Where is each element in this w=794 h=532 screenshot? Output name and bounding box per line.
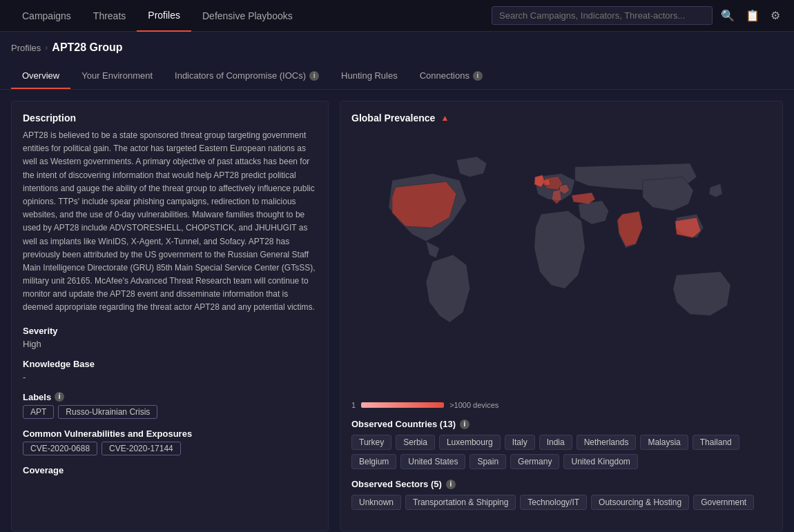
country-united-kingdom: United Kingdom: [563, 454, 637, 469]
legend-min: 1: [351, 401, 356, 409]
country-italy: Italy: [505, 435, 535, 450]
severity-label: Severity: [23, 326, 317, 336]
sector-outsourcing: Outsourcing & Hosting: [591, 495, 689, 510]
sector-unknown: Unknown: [351, 495, 401, 510]
nav-defensive-playbooks[interactable]: Defensive Playbooks: [191, 0, 304, 32]
sector-technology: Technology/IT: [520, 495, 587, 510]
observed-sectors-header: Observed Sectors (5) i: [351, 479, 771, 489]
sector-transportation: Transportation & Shipping: [405, 495, 516, 510]
breadcrumb-current: APT28 Group: [52, 41, 122, 54]
map-legend: 1 >1000 devices: [351, 401, 771, 409]
search-button[interactable]: 🔍: [718, 6, 737, 25]
breadcrumb-parent[interactable]: Profiles: [11, 43, 41, 53]
cve-label: Common Vulnerabilities and Exposures: [23, 428, 317, 439]
nav-campaigns[interactable]: Campaigns: [11, 0, 82, 32]
sub-tabs: Overview Your Environment Indicators of …: [0, 63, 794, 90]
description-text: APT28 is believed to be a state sponsore…: [23, 129, 317, 315]
sectors-info-icon[interactable]: i: [446, 480, 456, 489]
country-tags: Turkey Serbia Luxembourg Italy India Net…: [351, 435, 771, 469]
tab-iocs[interactable]: Indicators of Compromise (IOCs) i: [164, 63, 330, 89]
country-malaysia: Malaysia: [640, 435, 688, 450]
coverage-label: Coverage: [23, 465, 317, 475]
left-panel: Description APT28 is believed to be a st…: [11, 101, 329, 531]
knowledge-base-label: Knowledge Base: [23, 359, 317, 369]
observed-countries-title: Observed Countries (13): [351, 419, 456, 429]
tab-overview[interactable]: Overview: [11, 63, 70, 89]
country-spain: Spain: [469, 454, 506, 469]
top-nav: Campaigns Threats Profiles Defensive Pla…: [0, 0, 794, 32]
right-panel: Global Prevalence ▲: [340, 101, 783, 531]
sector-tags: Unknown Transportation & Shipping Techno…: [351, 495, 771, 510]
country-belgium: Belgium: [351, 454, 396, 469]
country-luxembourg: Luxembourg: [439, 435, 501, 450]
country-serbia: Serbia: [396, 435, 435, 450]
global-prevalence-header: Global Prevalence ▲: [351, 112, 771, 124]
nav-search-area: 🔍 📋 ⚙: [492, 6, 783, 25]
nav-profiles[interactable]: Profiles: [137, 0, 191, 32]
tab-hunting-rules[interactable]: Hunting Rules: [330, 63, 409, 89]
country-india: India: [539, 435, 572, 450]
cve-1: CVE-2020-0688: [23, 442, 97, 455]
severity-value: High: [23, 339, 317, 349]
global-prevalence-title: Global Prevalence: [351, 112, 435, 124]
legend-max: >1000 devices: [449, 401, 498, 409]
legend-gradient: [361, 402, 444, 408]
iocs-info-icon[interactable]: i: [309, 71, 319, 81]
nav-threats[interactable]: Threats: [82, 0, 137, 32]
observed-sectors-title: Observed Sectors (5): [351, 479, 442, 489]
sector-government: Government: [693, 495, 754, 510]
observed-countries-header: Observed Countries (13) i: [351, 419, 771, 429]
main-content: Description APT28 is believed to be a st…: [0, 90, 794, 532]
settings-button[interactable]: ⚙: [768, 6, 783, 25]
world-map: [351, 130, 771, 393]
tab-your-environment[interactable]: Your Environment: [70, 63, 164, 89]
breadcrumb-separator: ›: [45, 43, 48, 52]
tab-connections[interactable]: Connections i: [409, 63, 494, 89]
labels-tags: APT Russo-Ukrainian Crisis: [23, 405, 317, 419]
knowledge-base-value: -: [23, 372, 317, 382]
label-apt: APT: [23, 405, 54, 419]
description-title: Description: [23, 112, 317, 124]
country-netherlands: Netherlands: [577, 435, 637, 450]
alert-icon: ▲: [440, 113, 449, 123]
country-united-states: United States: [400, 454, 465, 469]
cve-2: CVE-2020-17144: [101, 442, 181, 455]
bookmark-button[interactable]: 📋: [743, 6, 762, 25]
country-turkey: Turkey: [351, 435, 391, 450]
country-germany: Germany: [510, 454, 559, 469]
search-input[interactable]: [492, 6, 713, 25]
country-thailand: Thailand: [693, 435, 739, 450]
labels-label: Labels i: [23, 392, 317, 402]
cve-tags: CVE-2020-0688 CVE-2020-17144: [23, 442, 317, 455]
connections-info-icon[interactable]: i: [473, 71, 483, 81]
labels-info-icon[interactable]: i: [55, 392, 64, 402]
breadcrumb: Profiles › APT28 Group: [0, 32, 794, 63]
countries-info-icon[interactable]: i: [460, 420, 469, 429]
label-crisis: Russo-Ukrainian Crisis: [58, 405, 157, 419]
